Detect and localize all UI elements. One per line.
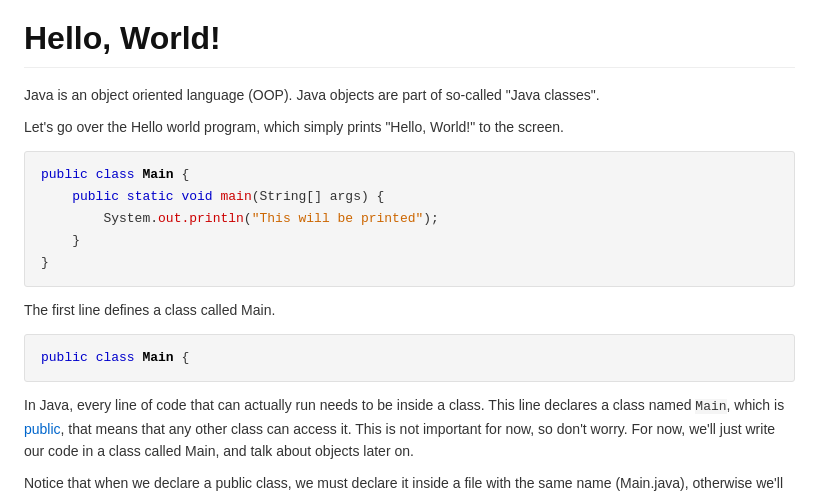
code-block-2: public class Main { — [24, 334, 795, 382]
p4-middle: , which is — [727, 397, 785, 413]
paragraph-4: In Java, every line of code that can act… — [24, 394, 795, 463]
code-line-1: public class Main { — [41, 164, 778, 186]
paragraph-3: The first line defines a class called Ma… — [24, 299, 795, 321]
keyword-class-2: class — [96, 350, 135, 365]
p4-after: , that means that any other class can ac… — [24, 421, 775, 459]
p4-main-inline: Main — [695, 399, 726, 414]
paragraph-2: Let's go over the Hello world program, w… — [24, 116, 795, 138]
string-value: "This will be printed" — [252, 211, 424, 226]
classname-main-2: Main — [142, 350, 173, 365]
keyword-public-1: public — [41, 167, 88, 182]
p4-before: In Java, every line of code that can act… — [24, 397, 695, 413]
paragraph-5: Notice that when we declare a public cla… — [24, 472, 795, 500]
code-line-2-1: public class Main { — [41, 347, 778, 369]
code-block2-rest: { — [174, 350, 190, 365]
line1-rest: { — [174, 167, 190, 182]
p4-public-link[interactable]: public — [24, 421, 61, 437]
code-line-5: } — [41, 252, 778, 274]
code-line-2: public static void main(String[] args) { — [41, 186, 778, 208]
line2-rest: (String[] args) { — [252, 189, 385, 204]
code-block-1: public class Main { public static void m… — [24, 151, 795, 287]
page-title: Hello, World! — [24, 20, 795, 68]
keyword-public-3: public — [41, 350, 88, 365]
paragraph-1: Java is an object oriented language (OOP… — [24, 84, 795, 106]
keyword-public-2: public — [72, 189, 119, 204]
code-line-3: System.out.println("This will be printed… — [41, 208, 778, 230]
method-println: .println — [181, 211, 243, 226]
method-out: out — [158, 211, 181, 226]
classname-main-1: Main — [142, 167, 173, 182]
keyword-void: void — [181, 189, 212, 204]
keyword-static: static — [127, 189, 174, 204]
keyword-class-1: class — [96, 167, 135, 182]
code-line-4: } — [41, 230, 778, 252]
method-main: main — [221, 189, 252, 204]
